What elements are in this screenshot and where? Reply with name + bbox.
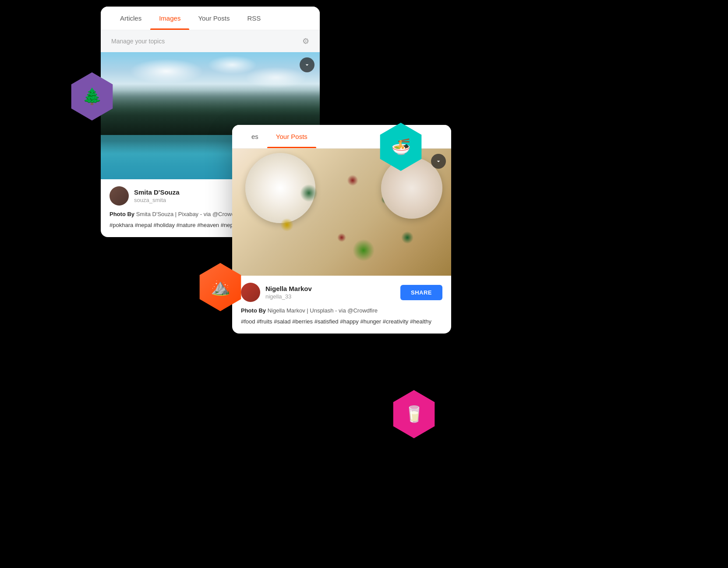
tree-icon: 🌲 — [82, 87, 102, 106]
author-name-1: Smita D'Souza — [134, 188, 180, 196]
badge-purple: 🌲 — [68, 72, 116, 121]
tab-your-posts-1[interactable]: Your Posts — [189, 7, 238, 30]
post-content-2: Nigella Markov nigella_33 SHARE Photo By… — [232, 276, 451, 334]
gear-icon[interactable]: ⚙ — [302, 36, 309, 46]
author-details-2: Nigella Markov nigella_33 — [265, 285, 312, 300]
hex-shape-orange: ⛰️ — [196, 263, 244, 311]
scene: Articles Images Your Posts RSS Manage yo… — [0, 0, 728, 568]
mountain-icon: ⛰️ — [211, 278, 230, 296]
manage-topics-bar: Manage your topics ⚙ — [101, 30, 320, 52]
avatar-smita — [110, 186, 129, 206]
hex-shape-teal: 🍜 — [377, 123, 425, 171]
badge-pink: 🥛 — [390, 390, 438, 438]
post-author-2: Nigella Markov nigella_33 SHARE — [241, 283, 442, 302]
post-hashtags-2: #food #fruits #salad #berries #satisfied… — [241, 317, 442, 327]
badge-orange: ⛰️ — [196, 263, 244, 311]
tab-images[interactable]: Images — [150, 7, 189, 30]
image-dropdown-button-1[interactable] — [300, 57, 315, 72]
badge-teal: 🍜 — [377, 123, 425, 171]
author-info-2: Nigella Markov nigella_33 — [241, 283, 312, 302]
image-dropdown-button-2[interactable] — [431, 154, 446, 169]
hex-shape-pink: 🥛 — [390, 390, 438, 438]
photo-credit-2: Photo By Nigella Markov | Unsplash - via… — [241, 307, 442, 314]
bottle-icon: 🥛 — [404, 405, 424, 423]
tab-es[interactable]: es — [243, 125, 267, 148]
hex-shape-purple: 🌲 — [68, 72, 116, 121]
tab-bar-1: Articles Images Your Posts RSS — [101, 7, 320, 30]
tab-articles[interactable]: Articles — [111, 7, 150, 30]
author-name-2: Nigella Markov — [265, 285, 312, 292]
share-button-2[interactable]: SHARE — [400, 285, 442, 300]
author-info-1: Smita D'Souza souza_smita — [110, 186, 180, 206]
author-details-1: Smita D'Souza souza_smita — [134, 188, 180, 203]
author-handle-2: nigella_33 — [265, 293, 312, 300]
manage-topics-text: Manage your topics — [111, 38, 165, 45]
author-handle-1: souza_smita — [134, 197, 180, 203]
tab-rss[interactable]: RSS — [238, 7, 269, 30]
bowl-icon: 🍜 — [391, 138, 411, 156]
tab-your-posts-2[interactable]: Your Posts — [267, 125, 316, 148]
